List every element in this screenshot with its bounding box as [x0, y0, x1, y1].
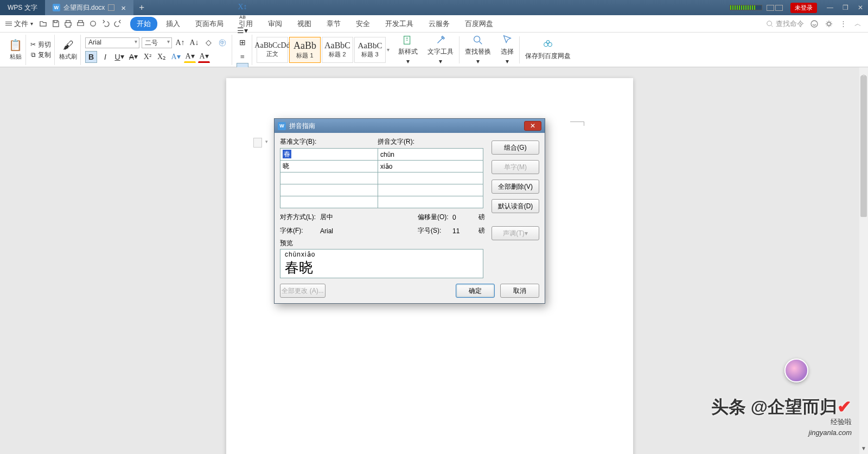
align-combo[interactable]: 居中	[320, 213, 414, 222]
gear-icon[interactable]	[824, 19, 833, 28]
style-normal[interactable]: AaBbCcDd正文	[257, 37, 288, 63]
open-icon[interactable]	[39, 19, 48, 28]
shrink-font-icon[interactable]: A↓	[188, 37, 200, 49]
base-cell[interactable]: 晓	[280, 161, 378, 172]
change-all-button[interactable]: 全部更改 (A)...	[280, 284, 326, 298]
size-combo[interactable]: 11	[452, 227, 475, 235]
search-commands[interactable]: 查找命令	[766, 19, 804, 29]
clear-format-icon[interactable]: ◇	[202, 37, 214, 49]
clipboard-group: ✂ 剪切 ⧉ 复制	[27, 35, 55, 65]
highlight-button[interactable]: A▾	[184, 51, 196, 63]
styles-more-icon[interactable]: ▾	[387, 47, 390, 53]
scroll-down-icon[interactable]: ▼	[859, 445, 868, 454]
document-tab[interactable]: W 企望而归.docx ×	[45, 0, 133, 15]
tab-insert[interactable]: 插入	[159, 17, 187, 31]
save-icon[interactable]	[51, 19, 60, 28]
italic-button[interactable]: I	[99, 51, 111, 63]
dialog-titlebar[interactable]: W 拼音指南 ✕	[275, 119, 545, 133]
print-preview-icon[interactable]	[76, 19, 85, 28]
base-cell[interactable]: 春	[280, 149, 378, 161]
font-name-combo[interactable]: Arial	[85, 37, 139, 48]
paste-icon[interactable]: 📋	[9, 39, 22, 52]
find-replace-button[interactable]: 查找替换▾	[461, 34, 495, 65]
new-style-button[interactable]: 新样式▾	[394, 34, 422, 65]
print-direct-icon[interactable]	[88, 19, 98, 28]
tab-security[interactable]: 安全	[349, 17, 376, 31]
style-h2[interactable]: AaBbC标题 2	[322, 37, 353, 63]
base-cell[interactable]	[280, 196, 378, 208]
text-effect-button[interactable]: A▾	[170, 51, 182, 63]
base-cell[interactable]	[280, 172, 378, 184]
style-h1[interactable]: AaBb标题 1	[289, 37, 321, 63]
dialog-close-button[interactable]: ✕	[524, 121, 541, 131]
app-tab[interactable]: WPS 文字	[0, 0, 45, 15]
ruby-cell[interactable]	[378, 196, 483, 208]
font-color-button[interactable]: A▾	[198, 51, 210, 63]
new-tab-button[interactable]: +	[133, 2, 150, 13]
subscript-button[interactable]: X₂	[156, 51, 168, 63]
ruby-cell[interactable]: chūn	[378, 149, 483, 161]
tab-close-icon[interactable]: ×	[121, 3, 126, 12]
strike-button[interactable]: A▾	[127, 51, 139, 63]
font-combo[interactable]: Arial	[320, 227, 414, 235]
offset-spinner[interactable]: 0	[452, 214, 475, 221]
scroll-thumb[interactable]	[860, 76, 867, 217]
tab-view[interactable]: 视图	[291, 17, 318, 31]
underline-button[interactable]: U▾	[113, 51, 125, 63]
ok-button[interactable]: 确定	[456, 284, 495, 298]
layout-icons[interactable]	[767, 5, 783, 11]
size-label: 字号(S):	[418, 226, 449, 235]
more-icon[interactable]: ⋮	[839, 19, 848, 28]
tab-dev[interactable]: 开发工具	[379, 17, 420, 31]
baidu-button[interactable]: 保存到百度网盘	[521, 39, 575, 61]
brush-icon[interactable]: 🖌	[63, 39, 74, 52]
insert-marker-icon[interactable]	[253, 138, 262, 148]
delete-all-button[interactable]: 全部删除(V)	[492, 180, 539, 194]
close-button[interactable]: ✕	[853, 4, 868, 11]
print-icon[interactable]	[63, 19, 73, 28]
sort-icon[interactable]: X↕	[237, 1, 248, 13]
style-h3[interactable]: AaBbC标题 3	[354, 37, 386, 63]
tab-cloud[interactable]: 云服务	[422, 17, 456, 31]
select-button[interactable]: 选择▾	[496, 34, 518, 65]
tab-home[interactable]: 开始	[130, 17, 157, 31]
ruby-text-label: 拼音文字(R):	[378, 137, 483, 146]
single-button[interactable]: 单字(M)	[492, 160, 539, 174]
ruby-cell[interactable]	[378, 184, 483, 196]
tab-baidu[interactable]: 百度网盘	[458, 17, 500, 31]
font-size-combo[interactable]: 二号	[142, 37, 172, 48]
copy-button[interactable]: ⧉ 复制	[31, 50, 51, 60]
minimize-button[interactable]: —	[822, 4, 838, 11]
tab-popout-icon[interactable]	[108, 4, 114, 11]
line-spacing-icon[interactable]: ☰▾	[237, 25, 248, 37]
maximize-button[interactable]: ❐	[838, 4, 853, 11]
redo-icon[interactable]	[113, 19, 123, 28]
ruby-cell[interactable]: xiǎo	[378, 161, 483, 172]
base-cell[interactable]	[280, 184, 378, 196]
cut-button[interactable]: ✂ 剪切	[30, 40, 51, 49]
undo-icon[interactable]	[101, 19, 110, 28]
align-left-icon[interactable]: ≡	[237, 51, 248, 63]
user-avatar[interactable]	[784, 359, 808, 382]
cancel-button[interactable]: 取消	[500, 284, 539, 298]
asian-layout-icon[interactable]: ᴬᴮ	[237, 13, 248, 25]
show-marks-icon[interactable]: ⊞	[237, 37, 248, 49]
tab-layout[interactable]: 页面布局	[189, 17, 230, 31]
login-button[interactable]: 未登录	[790, 3, 817, 13]
ruby-cell[interactable]	[378, 172, 483, 184]
bold-button[interactable]: B	[85, 51, 97, 63]
format-painter-group: 🖌 格式刷	[56, 35, 81, 65]
tab-section[interactable]: 章节	[320, 17, 347, 31]
grow-font-icon[interactable]: A↑	[174, 37, 186, 49]
default-read-button[interactable]: 默认读音(D)	[492, 199, 539, 213]
vertical-scrollbar[interactable]: ︿ ▲ ▼	[859, 67, 868, 454]
combine-button[interactable]: 组合(G)	[492, 140, 539, 155]
tone-button[interactable]: 声调(T) ▾	[492, 226, 539, 240]
tab-review[interactable]: 审阅	[261, 17, 289, 31]
collapse-ribbon-icon[interactable]: ︿	[853, 19, 863, 28]
phonetic-guide-icon[interactable]: ㊥	[216, 37, 228, 49]
text-tools-button[interactable]: 文字工具▾	[423, 34, 458, 65]
smile-icon[interactable]	[809, 19, 819, 28]
file-menu[interactable]: 文件▾	[5, 19, 33, 29]
superscript-button[interactable]: X²	[142, 51, 154, 63]
